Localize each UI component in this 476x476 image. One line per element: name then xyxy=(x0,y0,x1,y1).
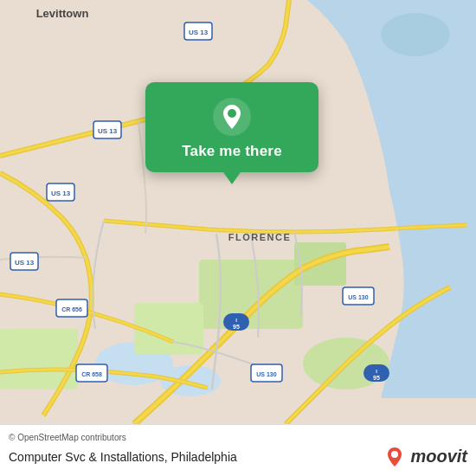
location-pin-icon xyxy=(213,98,251,136)
svg-text:US 13: US 13 xyxy=(51,190,71,197)
svg-text:US 13: US 13 xyxy=(15,259,35,267)
location-text: Computer Svc & Installations, Philadelph… xyxy=(9,450,237,464)
svg-text:US 130: US 130 xyxy=(348,294,368,300)
moovit-brand-text: moovit xyxy=(410,447,467,466)
attribution-text: © OpenStreetMap contributors xyxy=(9,433,467,442)
svg-text:95: 95 xyxy=(233,324,240,330)
svg-text:Levittown: Levittown xyxy=(36,7,89,20)
svg-point-35 xyxy=(391,451,398,458)
map-svg: US 13 US 13 US 13 US 13 CR 656 CR 658 I … xyxy=(0,0,476,424)
moovit-logo: moovit xyxy=(383,445,467,469)
svg-text:US 13: US 13 xyxy=(98,127,118,135)
take-me-there-button[interactable]: Take me there xyxy=(182,143,282,160)
svg-text:US 13: US 13 xyxy=(189,29,209,36)
svg-rect-4 xyxy=(199,260,303,329)
popup-card: Take me there xyxy=(145,82,318,172)
svg-point-34 xyxy=(228,109,236,118)
svg-point-3 xyxy=(381,13,450,56)
svg-text:CR 656: CR 656 xyxy=(61,306,82,312)
svg-text:CR 658: CR 658 xyxy=(81,371,102,377)
moovit-pin-icon xyxy=(383,445,407,469)
map-container: US 13 US 13 US 13 US 13 CR 656 CR 658 I … xyxy=(0,0,476,424)
bottom-bar: © OpenStreetMap contributors Computer Sv… xyxy=(0,424,476,476)
svg-text:FLORENCE: FLORENCE xyxy=(228,232,292,242)
svg-text:US 130: US 130 xyxy=(256,371,276,377)
svg-text:95: 95 xyxy=(373,375,380,381)
